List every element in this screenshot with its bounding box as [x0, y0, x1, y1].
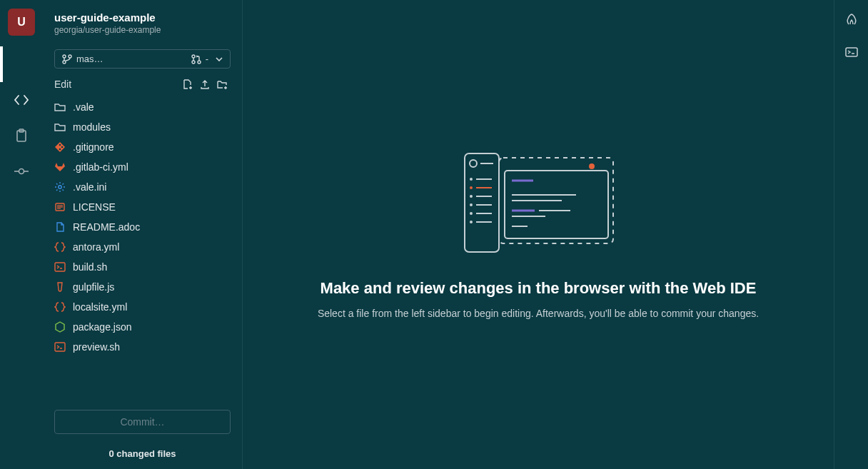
tree-item-label: preview.sh	[73, 341, 120, 353]
terminal-icon[interactable]	[845, 47, 858, 57]
tree-item[interactable]: localsite.yml	[43, 297, 242, 317]
tree-item[interactable]: .vale	[43, 97, 242, 117]
tree-item-label: .vale	[73, 101, 94, 113]
edit-tab-icon[interactable]	[0, 82, 43, 118]
term-icon	[54, 261, 66, 273]
tree-item-label: modules	[73, 121, 111, 133]
svg-point-12	[59, 148, 61, 151]
svg-rect-20	[55, 343, 65, 351]
svg-rect-19	[55, 263, 65, 271]
svg-rect-31	[465, 153, 499, 252]
app-badge[interactable]: U	[8, 9, 35, 36]
commit-button[interactable]: Commit…	[54, 410, 231, 434]
new-file-icon[interactable]	[179, 79, 196, 90]
hero-illustration	[456, 151, 620, 258]
tree-item[interactable]: modules	[43, 117, 242, 137]
commit-section: Commit…	[43, 400, 242, 444]
tree-item[interactable]: .gitignore	[43, 137, 242, 157]
file-tree[interactable]: .valemodules.gitignore.gitlab-ci.yml.val…	[43, 94, 242, 400]
tree-item[interactable]: gulpfile.js	[43, 277, 242, 297]
tree-item-label: .vale.ini	[73, 181, 106, 193]
chevron-down-icon	[216, 57, 223, 61]
file-sidebar: user-guide-example georgia/user-guide-ex…	[43, 0, 243, 469]
branch-icon	[62, 54, 72, 64]
term-icon	[54, 341, 66, 353]
tree-item[interactable]: preview.sh	[43, 337, 242, 357]
braces-icon	[54, 301, 66, 313]
license-icon	[54, 201, 66, 213]
svg-point-38	[470, 195, 473, 198]
merge-request-count: -	[206, 54, 208, 64]
project-path: georgia/user-guide-example	[54, 25, 231, 35]
svg-point-42	[470, 212, 473, 215]
svg-point-34	[470, 178, 473, 181]
svg-point-44	[470, 221, 473, 223]
tree-item[interactable]: package.json	[43, 317, 242, 337]
branch-selector[interactable]: mas… -	[54, 49, 231, 69]
pipelines-icon[interactable]	[845, 13, 858, 26]
tree-item-label: gulpfile.js	[73, 281, 114, 293]
svg-point-40	[470, 203, 473, 206]
svg-point-2	[19, 169, 24, 174]
tree-item-label: build.sh	[73, 261, 107, 273]
tree-item[interactable]: README.adoc	[43, 217, 242, 237]
svg-rect-46	[846, 48, 857, 56]
tree-item-label: localsite.yml	[73, 301, 127, 313]
folder-icon	[54, 101, 66, 113]
branch-name: mas…	[76, 54, 104, 64]
project-title: user-guide-example	[54, 11, 231, 24]
tree-item-label: antora.yml	[73, 241, 119, 253]
tree-item-label: README.adoc	[73, 221, 140, 233]
svg-point-9	[192, 61, 195, 64]
hero-subtitle: Select a file from the left sidebar to b…	[318, 308, 759, 319]
upload-file-icon[interactable]	[196, 79, 213, 90]
editor-main: Make and review changes in the browser w…	[243, 0, 834, 469]
svg-point-11	[59, 144, 61, 146]
tree-item-label: .gitlab-ci.yml	[73, 161, 128, 173]
left-activity-rail: U	[0, 0, 43, 469]
tree-item-label: package.json	[73, 321, 132, 333]
svg-point-6	[69, 55, 71, 58]
tree-item[interactable]: build.sh	[43, 257, 242, 277]
review-tab-icon[interactable]	[0, 118, 43, 153]
svg-point-10	[198, 61, 201, 64]
tree-item[interactable]: LICENSE	[43, 197, 242, 217]
tree-item[interactable]: .gitlab-ci.yml	[43, 157, 242, 177]
gulp-icon	[54, 281, 66, 293]
folder-icon	[54, 121, 66, 133]
merge-request-icon	[191, 54, 201, 64]
svg-point-7	[63, 61, 66, 64]
tree-item[interactable]: .vale.ini	[43, 177, 242, 197]
tree-item[interactable]: antora.yml	[43, 237, 242, 257]
edit-section-label: Edit	[54, 79, 71, 90]
svg-point-5	[63, 55, 66, 58]
edit-section-header: Edit	[43, 74, 242, 94]
gitlab-icon	[54, 161, 66, 173]
right-rail	[834, 0, 868, 469]
hero-title: Make and review changes in the browser w…	[321, 279, 757, 298]
svg-point-8	[192, 55, 195, 58]
changed-files-count: 0 changed files	[43, 444, 242, 469]
commit-tab-icon[interactable]	[0, 153, 43, 189]
node-icon	[54, 321, 66, 333]
project-header: user-guide-example georgia/user-guide-ex…	[43, 0, 242, 42]
svg-point-14	[59, 186, 61, 188]
svg-point-13	[61, 146, 64, 148]
braces-icon	[54, 241, 66, 253]
svg-point-36	[470, 186, 473, 189]
doc-icon	[54, 221, 66, 233]
tree-item-label: LICENSE	[73, 201, 116, 213]
svg-point-23	[589, 163, 595, 169]
new-folder-icon[interactable]	[213, 79, 231, 90]
tree-item-label: .gitignore	[73, 141, 114, 153]
gear-icon	[54, 181, 66, 193]
git-icon	[54, 141, 66, 153]
